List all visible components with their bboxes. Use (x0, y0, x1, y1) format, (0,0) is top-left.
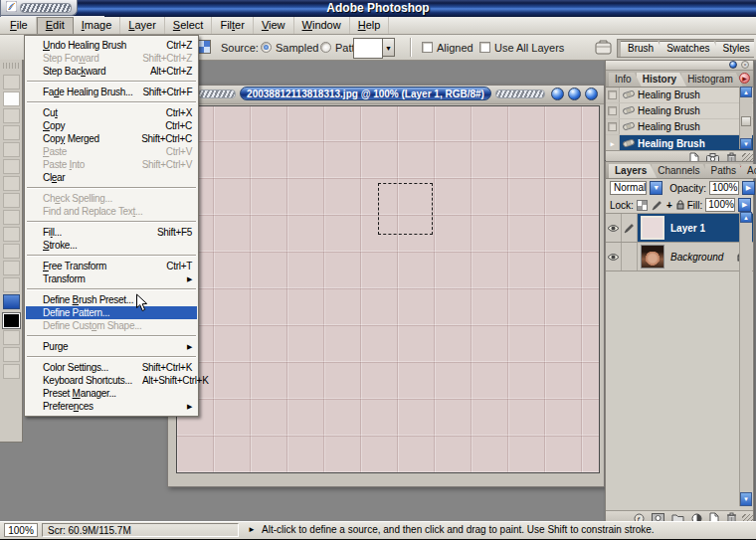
scroll-up-icon[interactable]: ▲ (740, 87, 752, 97)
menu-item-preset-manager[interactable]: Preset Manager... (26, 387, 197, 400)
toolbox-tool[interactable] (3, 227, 20, 242)
document-canvas[interactable] (176, 105, 600, 473)
toolbox-tool[interactable] (3, 108, 20, 123)
opacity-value[interactable]: 100% (709, 181, 739, 195)
menu-item-stroke[interactable]: Stroke... (26, 239, 197, 252)
toolbox-tool[interactable] (3, 159, 20, 174)
document-titlebar[interactable]: 20038812113818313.jpg @ 100% (Layer 1, R… (168, 86, 604, 104)
toolbox-tool[interactable] (3, 210, 20, 225)
menu-item-define-pattern[interactable]: Define Pattern... (26, 306, 197, 319)
history-brush-source-well[interactable] (606, 103, 620, 118)
well-tab-brush[interactable]: Brush (621, 41, 664, 57)
menu-item-transform[interactable]: Transform▶ (26, 272, 197, 285)
menu-item-clear[interactable]: Clear (26, 171, 197, 184)
history-entry[interactable]: Healing Brush (606, 88, 753, 103)
toolbox-tool[interactable] (3, 294, 20, 309)
layer-main[interactable]: Background (638, 243, 753, 270)
toolbox-tool[interactable] (3, 193, 20, 208)
menubar-item-view[interactable]: View (254, 17, 294, 34)
well-tab-swatches[interactable]: Swatches (660, 41, 720, 57)
menubar-item-help[interactable]: Help (350, 17, 390, 34)
layer-link-cell[interactable] (622, 243, 638, 270)
layers-tab-paths[interactable]: Paths (705, 164, 747, 178)
layer-row-background[interactable]: Background (606, 243, 753, 271)
layer-visibility-eye-icon[interactable] (606, 214, 622, 242)
layer-visibility-eye-icon[interactable] (606, 243, 622, 270)
history-entry[interactable]: Healing Brush (606, 103, 753, 119)
history-entry[interactable]: ▸Healing Brush (606, 135, 753, 150)
well-tab-styles[interactable]: Styles (715, 41, 754, 57)
status-popup-arrow-icon[interactable]: ► (248, 525, 256, 534)
menu-item-cut[interactable]: CutCtrl+X (26, 106, 197, 119)
zoom-level-field[interactable]: 100% (4, 523, 38, 537)
scratch-size-field[interactable]: Scr: 60.9M/115.7M (42, 523, 239, 537)
toolbox-tool[interactable] (3, 277, 20, 292)
toolbox-tool[interactable] (3, 347, 20, 362)
panel-menu-icon[interactable]: ▶ (739, 73, 750, 84)
history-tab-history[interactable]: History (637, 73, 686, 87)
menu-item-fill[interactable]: Fill...Shift+F5 (26, 226, 197, 239)
toolbox-tool[interactable] (3, 142, 20, 157)
layer-main[interactable]: Layer 1 (638, 214, 753, 242)
menu-item-free-transform[interactable]: Free TransformCtrl+T (26, 260, 197, 272)
history-brush-source-well[interactable] (606, 88, 620, 102)
scroll-thumb[interactable] (741, 116, 751, 126)
toolbox-tool[interactable] (3, 330, 20, 345)
lock-image-icon[interactable] (652, 200, 662, 211)
document-window[interactable]: 20038812113818313.jpg @ 100% (Layer 1, R… (167, 85, 605, 487)
toolbox-grip[interactable] (3, 63, 19, 69)
toolbox-tool[interactable] (3, 176, 20, 191)
menubar-item-filter[interactable]: Filter (212, 17, 253, 34)
lock-transparency-icon[interactable] (637, 200, 648, 211)
menu-item-define-brush-preset[interactable]: Define Brush Preset... (26, 293, 197, 306)
menubar-item-file[interactable]: File (2, 17, 37, 34)
doc-minimize-button[interactable] (551, 88, 564, 100)
panel-close-icon[interactable]: × (741, 61, 749, 69)
menu-item-copy-merged[interactable]: Copy MergedShift+Ctrl+C (26, 132, 197, 145)
menu-item-purge[interactable]: Purge▶ (26, 340, 197, 353)
menu-item-step-backward[interactable]: Step BackwardAlt+Ctrl+Z (26, 65, 197, 78)
history-entry[interactable]: Healing Brush (606, 119, 753, 135)
pattern-swatch[interactable] (353, 38, 383, 59)
lock-position-icon[interactable]: + (666, 201, 672, 210)
layers-scrollbar[interactable]: ▲ ▼ (739, 212, 752, 506)
layer-row-layer-1[interactable]: Layer 1 (606, 214, 753, 243)
window-titlebar[interactable]: Adobe Photoshop (0, 0, 756, 17)
use-all-layers-checkbox[interactable] (479, 42, 490, 53)
menubar-item-edit[interactable]: Edit (37, 17, 74, 34)
scroll-down-icon[interactable]: ▼ (740, 138, 752, 149)
layers-tab-channels[interactable]: Channels (652, 164, 709, 178)
menu-item-keyboard-shortcuts[interactable]: Keyboard Shortcuts...Alt+Shift+Ctrl+K (26, 374, 197, 387)
layer-thumbnail[interactable] (641, 245, 664, 269)
history-brush-source-well[interactable] (606, 119, 620, 134)
lock-all-icon[interactable] (676, 200, 684, 210)
doc-maximize-button[interactable] (568, 88, 581, 100)
sampled-radio[interactable] (261, 42, 272, 53)
toolbox-tool[interactable] (3, 75, 20, 90)
layers-tab-layers[interactable]: Layers (609, 164, 657, 178)
menu-item-undo-healing-brush[interactable]: Undo Healing BrushCtrl+Z (26, 39, 197, 52)
menu-item-color-settings[interactable]: Color Settings...Shift+Ctrl+K (26, 361, 197, 374)
menubar-item-layer[interactable]: Layer (120, 17, 165, 34)
tool-preset-icon[interactable] (197, 40, 211, 54)
panel-group-titlebar[interactable]: × (606, 61, 753, 71)
toolbox-tool[interactable] (3, 364, 20, 379)
foreground-color-swatch[interactable] (3, 313, 20, 328)
fill-value[interactable]: 100% (705, 198, 735, 212)
panel-minimize-icon[interactable] (729, 61, 737, 69)
toolbox-tool[interactable] (3, 125, 20, 140)
fill-slider-icon[interactable]: ▶ (738, 198, 751, 212)
menu-item-copy[interactable]: CopyCtrl+C (26, 119, 197, 132)
menubar-item-select[interactable]: Select (165, 17, 213, 34)
menubar-item-image[interactable]: Image (74, 17, 121, 34)
menubar-item-window[interactable]: Window (294, 17, 350, 34)
layer-thumbnail[interactable] (641, 216, 664, 240)
aligned-checkbox[interactable] (422, 42, 433, 53)
pattern-radio[interactable] (320, 42, 331, 53)
blend-mode-dropdown-icon[interactable]: ▼ (650, 181, 662, 195)
file-browser-icon[interactable] (593, 38, 614, 57)
doc-close-button[interactable] (585, 88, 598, 100)
menu-item-fade-healing-brush[interactable]: Fade Healing Brush...Shift+Ctrl+F (26, 86, 197, 98)
blend-mode-select[interactable]: Normal (610, 181, 647, 195)
toolbox-tool[interactable] (3, 244, 20, 259)
